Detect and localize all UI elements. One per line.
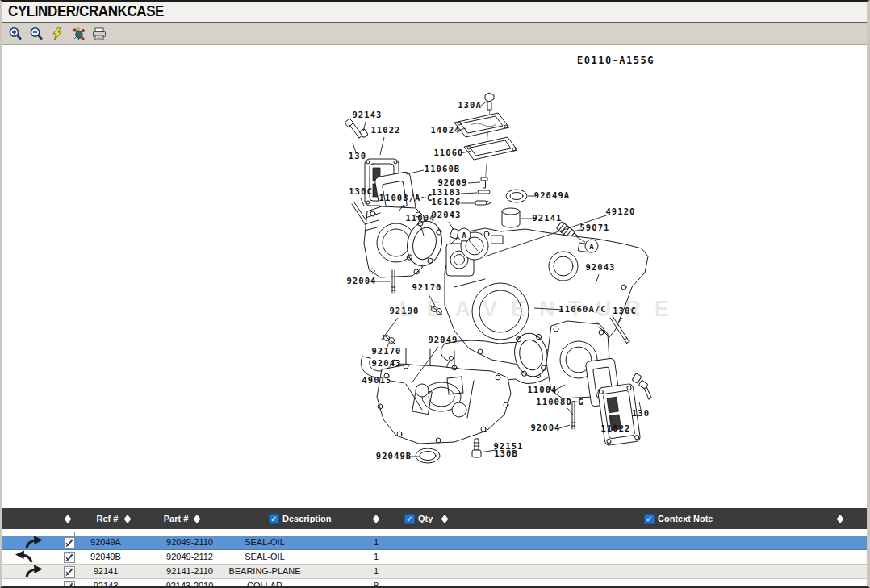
annotation-letter: A: [462, 231, 466, 240]
table-row[interactable]: 92049A92049-2110SEAL-OIL1: [2, 536, 867, 550]
table-row[interactable]: 9214392143-2010COLLAR8: [2, 579, 867, 588]
part-label-13183[interactable]: 13183: [431, 187, 461, 197]
part-pin-13183: [478, 190, 490, 194]
part-label-59071[interactable]: 59071: [579, 223, 609, 232]
part-clamp-92170-b: [383, 335, 395, 344]
part-cap-92143-right: [632, 373, 642, 384]
sort-icon[interactable]: [836, 513, 843, 524]
part-plate-14024: [454, 113, 509, 137]
sort-icon[interactable]: [372, 513, 379, 524]
part-label-92170[interactable]: 92170: [371, 346, 401, 356]
diagram-code: E0110-A155G: [577, 55, 655, 66]
leader-line: [481, 101, 487, 106]
qty-cell: 1: [348, 550, 404, 565]
part-label-130B[interactable]: 130B: [494, 448, 518, 458]
context-note-cell: [454, 550, 793, 565]
part-label-130[interactable]: 130: [632, 408, 650, 418]
exploded-diagram: 9214311022130130A140241106011060B9200913…: [2, 45, 867, 508]
part-label-49015[interactable]: 49015: [362, 375, 391, 385]
leader-line: [461, 193, 477, 194]
watermark: LEAVENTURE: [399, 297, 683, 322]
lightning-refresh-icon[interactable]: [49, 26, 65, 42]
qty-cell: 1: [348, 565, 404, 579]
part-label-130A[interactable]: 130A: [458, 100, 482, 110]
col-description-header[interactable]: Description: [269, 508, 332, 529]
zoom-in-icon[interactable]: [7, 26, 23, 42]
part-label-49120[interactable]: 49120: [605, 206, 635, 216]
table-row[interactable]: 9214192141-2110BEARING-PLANE1: [2, 565, 867, 579]
part-label-11060B[interactable]: 11060B: [425, 164, 461, 173]
leader-line: [559, 425, 570, 428]
title-bar: CYLINDER/CRANKCASE: [2, 2, 867, 23]
part-label-11008-A-C[interactable]: 11008/A~C: [379, 193, 433, 202]
context-note-cell: [454, 536, 793, 550]
part-label-130C[interactable]: 130C: [349, 186, 373, 196]
part-pin-16126: [475, 201, 491, 205]
hotspots-icon[interactable]: [70, 26, 86, 42]
sort-icon[interactable]: [123, 513, 131, 524]
part-label-14024[interactable]: 14024: [430, 125, 460, 135]
context-note-cell: [454, 565, 793, 579]
part-label-16126[interactable]: 16126: [431, 197, 461, 206]
zoom-out-icon[interactable]: [28, 26, 44, 42]
sort-icon[interactable]: [193, 513, 200, 524]
part-bolt-92151-130B: [472, 439, 481, 457]
sort-icon[interactable]: [64, 513, 71, 524]
col-qty-header[interactable]: Qty: [404, 508, 433, 529]
part-bolt-130-right: [638, 380, 651, 399]
part-label-92143[interactable]: 92143: [352, 110, 382, 119]
part-bolt-92009: [481, 177, 487, 188]
part-label-11022[interactable]: 11022: [370, 125, 400, 135]
part-plate-11060: [464, 137, 517, 160]
leader-line: [468, 182, 480, 183]
part-label-92043[interactable]: 92043: [585, 262, 615, 272]
part-label-92141[interactable]: 92141: [532, 213, 562, 223]
part-label-92049B[interactable]: 92049B: [376, 451, 412, 461]
ref-cell: 92049B: [72, 550, 140, 565]
description-cell: SEAL-OIL: [196, 550, 333, 565]
part-bolt-130-left: [345, 119, 362, 138]
diagram-pane: E0110-A155G LEAVENTURE: [2, 45, 867, 508]
part-label-92009[interactable]: 92009: [437, 177, 467, 187]
part-label-92043[interactable]: 92043: [371, 358, 401, 368]
page-title: CYLINDER/CRANKCASE: [8, 3, 164, 20]
part-label-92049A[interactable]: 92049A: [534, 190, 571, 200]
part-label-92170[interactable]: 92170: [412, 282, 441, 292]
part-label-11022[interactable]: 11022: [600, 423, 630, 433]
part-label-130[interactable]: 130: [349, 151, 366, 161]
table-row[interactable]: 92049B92049-2112SEAL-OIL1: [2, 550, 867, 565]
part-label-11008D-G[interactable]: 11008D~G: [536, 397, 583, 407]
context-note-cell: [454, 579, 793, 588]
checkbox-checked-icon[interactable]: [404, 514, 415, 524]
col-context-note-header[interactable]: Context Note: [644, 508, 713, 529]
ref-cell: 92049A: [72, 536, 140, 550]
parts-catalog-window: CYLINDER/CRANKCASE: [0, 0, 870, 588]
ref-cell: 92143: [72, 579, 140, 588]
table-header: Ref # Part # Description Qty Context Not…: [2, 508, 867, 529]
part-label-92004[interactable]: 92004: [346, 276, 376, 286]
annotation-letter: A: [589, 243, 594, 251]
part-label-11004[interactable]: 11004: [527, 385, 557, 394]
leader-line: [380, 137, 384, 155]
part-bolt-130A: [485, 93, 494, 184]
qty-cell: 8: [348, 579, 404, 588]
qty-cell: 1: [348, 536, 404, 550]
sort-icon[interactable]: [441, 513, 448, 524]
part-label-92049[interactable]: 92049: [428, 335, 458, 344]
description-cell: BEARING-PLANE: [196, 565, 333, 579]
print-icon[interactable]: [91, 26, 107, 42]
part-cup-92141: [502, 208, 520, 227]
leader-line: [361, 198, 364, 206]
checkbox-checked-icon[interactable]: [644, 514, 655, 524]
ref-cell: 92141: [72, 565, 140, 579]
toolbar: [2, 23, 867, 45]
description-cell: COLLAR: [196, 579, 333, 588]
part-label-92004[interactable]: 92004: [530, 423, 560, 432]
description-cell: SEAL-OIL: [196, 536, 333, 550]
part-label-92043[interactable]: 92043: [431, 210, 461, 219]
leader-line: [406, 170, 424, 174]
part-oring-92049B: [416, 448, 440, 463]
part-label-11060[interactable]: 11060: [433, 148, 463, 157]
partial-row-strip: [2, 529, 867, 536]
checkbox-checked-icon[interactable]: [269, 514, 279, 524]
